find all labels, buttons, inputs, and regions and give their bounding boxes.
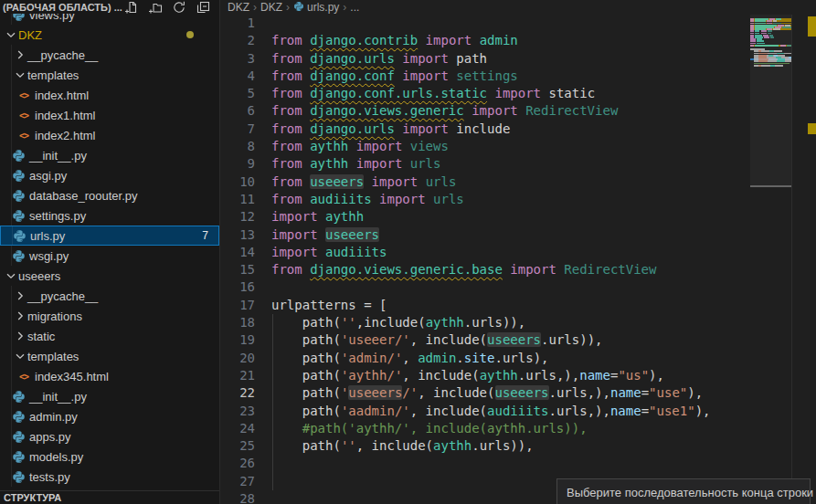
tree-indent-guide — [11, 386, 12, 406]
tree-indent-guide — [11, 145, 12, 165]
file-tree-item-models-py[interactable]: models.py — [0, 446, 219, 467]
file-tree-item-label: asgi.py — [29, 169, 67, 183]
refresh-icon[interactable] — [172, 0, 186, 15]
python-file-icon — [11, 409, 26, 424]
file-tree-item-templates[interactable]: templates — [0, 346, 219, 366]
file-tree-item--pycache-[interactable]: __pycache__ — [0, 286, 219, 306]
code-token: aythh — [480, 368, 518, 383]
code-token: from — [271, 174, 302, 189]
code-line-22[interactable]: 22 path('useeers/', include(useeers.urls… — [220, 384, 750, 402]
code-token: import — [472, 103, 518, 118]
code-token: , — [410, 404, 426, 418]
code-line-1[interactable]: 1 — [220, 15, 750, 32]
code-token — [372, 192, 379, 206]
file-tree-item--init-py[interactable]: __init__.py — [0, 145, 219, 165]
code-line-25[interactable]: 25 path('', include(aythh.urls)), — [220, 437, 750, 455]
python-file-icon — [293, 1, 304, 15]
file-tree-item-index345-html[interactable]: <>index345.html — [0, 366, 219, 386]
breadcrumb-separator: › — [286, 1, 290, 14]
file-tree-item-urls-py[interactable]: urls.py7 — [0, 226, 219, 246]
breadcrumb-item[interactable]: DKZ — [260, 1, 282, 14]
file-tree-item-wsgi-py[interactable]: wsgi.py — [0, 246, 219, 266]
file-tree-item-asgi-py[interactable]: asgi.py — [0, 165, 219, 185]
code-line-9[interactable]: 9from aythh import urls — [220, 155, 750, 173]
file-tree-item-apps-py[interactable]: apps.py — [0, 426, 219, 446]
file-tree-item-static[interactable]: static — [0, 326, 219, 346]
file-tree-item-migrations[interactable]: migrations — [0, 306, 219, 326]
outline-section-header[interactable]: СТРУКТУРА — [0, 490, 219, 504]
line-number: 18 — [220, 314, 255, 331]
code-token — [472, 33, 479, 47]
code-line-10[interactable]: 10from useeers import urls — [220, 173, 750, 191]
line-number: 23 — [220, 403, 255, 420]
code-line-15[interactable]: 15from django.views.generic.base import … — [220, 261, 750, 278]
file-tree-item-index1-html[interactable]: <>index1.html — [0, 105, 219, 125]
indent-guide — [272, 455, 273, 472]
code-line-17[interactable]: 17urlpatterns = [ — [220, 297, 750, 314]
line-number: 26 — [220, 455, 255, 472]
minimap[interactable] — [750, 15, 792, 504]
new-file-icon[interactable] — [124, 0, 139, 15]
code-line-7[interactable]: 7from django.urls import include — [220, 121, 750, 138]
code-line-13[interactable]: 13import useeers — [220, 226, 750, 244]
code-token: "use" — [649, 385, 687, 400]
breadcrumb-item[interactable]: DKZ — [228, 1, 249, 14]
code-token — [302, 121, 310, 136]
file-tree-item-index-html[interactable]: <>index.html — [0, 85, 219, 105]
tree-indent-guide — [12, 226, 13, 245]
breadcrumb-item[interactable]: urls.py — [293, 1, 339, 15]
html-file-icon: <> — [16, 108, 31, 122]
file-tree-item-templates[interactable]: templates — [0, 65, 219, 85]
line-number: 27 — [220, 473, 255, 490]
code-line-23[interactable]: 23 path('aadmin/', include(audiiits.urls… — [220, 403, 750, 420]
indent-guide — [272, 473, 273, 490]
code-line-26[interactable]: 26 — [220, 455, 750, 472]
code-line-19[interactable]: 19 path('useeer/', include(useeers.urls)… — [220, 331, 750, 349]
code-token: ), — [695, 404, 711, 418]
file-tree-item--pycache-[interactable]: __pycache__ — [0, 45, 219, 65]
file-tree-item-admin-py[interactable]: admin.py — [0, 406, 219, 426]
file-tree-item-label: wsgi.py — [29, 249, 69, 263]
file-tree-item-dkz[interactable]: DKZ — [0, 25, 219, 45]
tree-indent-guide — [11, 105, 12, 125]
file-tree-item-tests-py[interactable]: tests.py — [0, 467, 219, 487]
breadcrumb-item[interactable]: ... — [350, 1, 359, 14]
collapse-all-icon[interactable] — [196, 0, 210, 15]
file-tree-item-label: settings.py — [29, 209, 86, 223]
file-tree-item--init-py[interactable]: __init__.py — [0, 386, 219, 406]
tree-indent-guide — [11, 85, 12, 105]
indent-guide — [272, 367, 273, 384]
code-line-8[interactable]: 8from aythh import views — [220, 138, 750, 155]
code-line-11[interactable]: 11from audiiits import urls — [220, 191, 750, 208]
code-line-3[interactable]: 3from django.urls import path — [220, 50, 750, 68]
file-tree-item-database-roouter-py[interactable]: database_roouter.py — [0, 185, 219, 205]
code-line-2[interactable]: 2from django.contrib import admin — [220, 32, 750, 49]
code-line-16[interactable]: 16 — [220, 278, 750, 296]
file-tree-item-settings-py[interactable]: settings.py — [0, 205, 219, 226]
file-tree-item-index2-html[interactable]: <>index2.html — [0, 125, 219, 145]
code-line-24[interactable]: 24 #path('aythh/', include(aythh.urls)), — [220, 420, 750, 437]
python-file-icon — [11, 248, 26, 263]
code-token: import — [402, 68, 449, 83]
overview-ruler[interactable] — [793, 0, 816, 504]
eol-tooltip: Выберите последовательность конца строки — [556, 478, 811, 504]
code-token: aythh — [310, 139, 348, 153]
code-line-18[interactable]: 18 path('',include(aythh.urls)), — [220, 314, 750, 331]
code-line-12[interactable]: 12import aythh — [220, 208, 750, 226]
code-token: django.views.generic.base — [310, 262, 503, 277]
code-line-4[interactable]: 4from django.conf import settings — [220, 68, 750, 85]
code-token: ( — [472, 368, 479, 383]
file-tree-item-label: __init__.py — [29, 390, 87, 404]
code-line-20[interactable]: 20 path('admin/', admin.site.urls), — [220, 350, 750, 367]
new-folder-icon[interactable] — [148, 0, 163, 15]
code-line-6[interactable]: 6from django.views.generic import Redire… — [220, 102, 750, 120]
code-line-14[interactable]: 14import audiiits — [220, 244, 750, 261]
code-line-21[interactable]: 21 path('aythh/', include(aythh.urls,),n… — [220, 367, 750, 384]
file-tree-item-useeers[interactable]: useeers — [0, 266, 219, 286]
code-area[interactable]: 12from django.contrib import admin3from … — [220, 15, 750, 504]
code-token: ), — [649, 368, 664, 383]
code-token: path — [302, 332, 334, 347]
python-file-icon — [11, 168, 26, 183]
code-line-5[interactable]: 5from django.conf.urls.static import sta… — [220, 85, 750, 102]
tree-indent-guide — [11, 165, 12, 185]
